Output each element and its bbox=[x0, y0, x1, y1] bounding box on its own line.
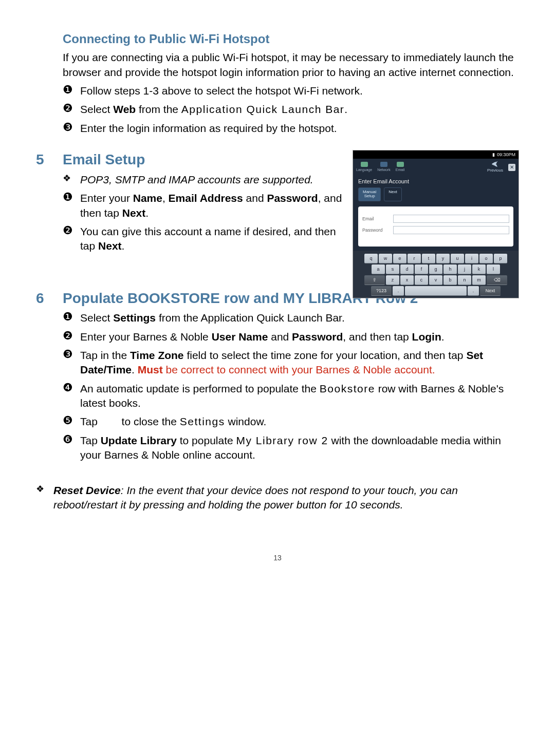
kbd-key-d[interactable]: d bbox=[400, 264, 414, 274]
wifi-step-1: ❶ Follow steps 1-3 above to select the h… bbox=[63, 84, 519, 98]
shot-email-field-row: Email bbox=[362, 215, 509, 223]
shot-form-card: Email Password bbox=[358, 206, 513, 247]
close-icon: ✕ bbox=[510, 164, 514, 171]
shot-password-label: Password bbox=[362, 227, 389, 233]
number-2-icon: ❷ bbox=[63, 102, 76, 115]
book-step1-text: Select Settings from the Application Qui… bbox=[80, 311, 345, 325]
wifi-step-3: ❸ Enter the login information as require… bbox=[63, 121, 519, 136]
kbd-key-k[interactable]: k bbox=[472, 264, 486, 274]
kbd-row4: ?123 . . Next bbox=[354, 286, 517, 296]
kbd-next-key[interactable]: Next bbox=[480, 286, 501, 296]
kbd-key-z[interactable]: z bbox=[386, 275, 399, 285]
shot-tab-email[interactable]: Email bbox=[396, 162, 405, 172]
kbd-key-n[interactable]: n bbox=[458, 275, 471, 285]
kbd-key-c[interactable]: c bbox=[415, 275, 428, 285]
kbd-key-s[interactable]: s bbox=[386, 264, 399, 274]
wifi-heading: Connecting to Public Wi-Fi Hotspot bbox=[63, 31, 519, 47]
shot-tab-network[interactable]: Network bbox=[377, 162, 391, 172]
reset-device-note: ❖ Reset Device: In the event that your d… bbox=[36, 483, 519, 513]
reset-text: Reset Device: In the event that your dev… bbox=[53, 483, 519, 513]
kbd-key-y[interactable]: y bbox=[436, 254, 450, 263]
kbd-key-l[interactable]: l bbox=[487, 264, 500, 274]
number-4-icon: ❹ bbox=[63, 382, 76, 394]
shot-password-field-row: Password bbox=[362, 226, 509, 234]
kbd-space-key[interactable] bbox=[405, 286, 467, 296]
number-1-icon: ❶ bbox=[63, 191, 76, 203]
kbd-key-e[interactable]: e bbox=[393, 254, 406, 263]
book-step5-text: Tap to close the Settings window. bbox=[80, 414, 266, 429]
kbd-row2: asdfghjkl bbox=[354, 264, 517, 274]
kbd-key-w[interactable]: w bbox=[379, 254, 392, 263]
book-step-5: ❺ Tap to close the Settings window. bbox=[63, 414, 519, 429]
shot-next-tab[interactable]: Next bbox=[384, 187, 401, 201]
wifi-intro: If you are connecting via a public Wi-Fi… bbox=[63, 50, 519, 80]
kbd-key-x[interactable]: x bbox=[400, 275, 414, 285]
wifi-step3-text: Enter the login information as required … bbox=[80, 121, 337, 136]
shot-password-input[interactable] bbox=[393, 226, 509, 234]
book-step6-text: Tap Update Library to populate My Librar… bbox=[80, 433, 519, 463]
number-1-icon: ❶ bbox=[63, 84, 76, 96]
kbd-key-h[interactable]: h bbox=[443, 264, 457, 274]
kbd-key-v[interactable]: v bbox=[429, 275, 442, 285]
shot-status-bar: ▮ 09:30PM bbox=[353, 150, 519, 159]
arrow-left-icon: ⮜ bbox=[491, 161, 498, 168]
kbd-shift-key[interactable]: ⇧ bbox=[364, 275, 385, 285]
wifi-step2-text: Select Web from the Application Quick La… bbox=[80, 102, 347, 117]
page-number: 13 bbox=[36, 553, 519, 563]
number-1-icon: ❶ bbox=[63, 311, 76, 323]
shot-previous-button[interactable]: ⮜Previous bbox=[487, 161, 503, 174]
number-2-icon: ❷ bbox=[63, 330, 76, 342]
book-step-6: ❻ Tap Update Library to populate My Libr… bbox=[63, 433, 519, 463]
email-setup-section: 5 Email Setup ❖ POP3, SMTP and IMAP acco… bbox=[36, 150, 519, 254]
wifi-hotspot-section: Connecting to Public Wi-Fi Hotspot If yo… bbox=[36, 31, 519, 136]
section-number: 6 bbox=[36, 289, 53, 308]
kbd-row3: ⇧ zxcvbnm ⌫ bbox=[354, 275, 517, 285]
section-title: Email Setup bbox=[63, 150, 145, 169]
email-note-text: POP3, SMTP and IMAP accounts are support… bbox=[80, 173, 313, 187]
kbd-key-o[interactable]: o bbox=[479, 254, 493, 263]
kbd-backspace-key[interactable]: ⌫ bbox=[487, 275, 507, 285]
kbd-key-r[interactable]: r bbox=[408, 254, 421, 263]
kbd-key-b[interactable]: b bbox=[443, 275, 457, 285]
kbd-key-p[interactable]: p bbox=[494, 254, 507, 263]
shot-manual-setup-tab[interactable]: ManualSetup bbox=[358, 187, 381, 201]
kbd-key-a[interactable]: a bbox=[372, 264, 385, 274]
kbd-key-g[interactable]: g bbox=[429, 264, 442, 274]
book-step3-text: Tap in the Time Zone field to select the… bbox=[80, 348, 519, 377]
number-5-icon: ❺ bbox=[63, 414, 76, 427]
email-step1-text: Enter your Name, Email Address and Passw… bbox=[80, 191, 342, 220]
section-number: 5 bbox=[36, 150, 53, 169]
kbd-key-i[interactable]: i bbox=[465, 254, 478, 263]
shot-close-button[interactable]: ✕ bbox=[508, 164, 515, 171]
kbd-key-j[interactable]: j bbox=[458, 264, 471, 274]
kbd-key-m[interactable]: m bbox=[472, 275, 486, 285]
number-2-icon: ❷ bbox=[63, 224, 76, 237]
shot-email-input[interactable] bbox=[393, 215, 509, 223]
bookstore-section: 6 Populate BOOKSTORE row and MY LIBRARY … bbox=[36, 289, 519, 463]
kbd-key-t[interactable]: t bbox=[422, 254, 435, 263]
shot-top-bar: Language Network Email ⮜Previous ✕ bbox=[353, 159, 519, 176]
kbd-numbers-key[interactable]: ?123 bbox=[371, 286, 392, 296]
book-step-4: ❹ An automatic update is performed to po… bbox=[63, 382, 519, 411]
battery-icon: ▮ bbox=[492, 152, 495, 158]
shot-time: 09:30PM bbox=[497, 152, 515, 158]
wifi-step1-text: Follow steps 1-3 above to select the hot… bbox=[80, 84, 363, 98]
shot-email-label: Email bbox=[362, 216, 389, 222]
shot-title: Enter Email Account bbox=[353, 176, 519, 187]
kbd-key-f[interactable]: f bbox=[415, 264, 428, 274]
kbd-dot-key[interactable]: . bbox=[393, 286, 404, 296]
diamond-bullet-icon: ❖ bbox=[36, 483, 49, 495]
book-step-3: ❸ Tap in the Time Zone field to select t… bbox=[63, 348, 519, 377]
book-step2-text: Enter your Barnes & Noble User Name and … bbox=[80, 330, 445, 344]
kbd-key-u[interactable]: u bbox=[451, 254, 464, 263]
wifi-step-2: ❷ Select Web from the Application Quick … bbox=[63, 102, 519, 117]
kbd-dot-key-2[interactable]: . bbox=[468, 286, 479, 296]
shot-keyboard: qwertyuiop asdfghjkl ⇧ zxcvbnm ⌫ ?123 . … bbox=[353, 251, 519, 298]
shot-tab-language[interactable]: Language bbox=[356, 162, 372, 172]
email-step2-text: You can give this account a name if desi… bbox=[80, 224, 342, 254]
kbd-key-q[interactable]: q bbox=[364, 254, 378, 263]
number-3-icon: ❸ bbox=[63, 348, 76, 361]
book-step-2: ❷ Enter your Barnes & Noble User Name an… bbox=[63, 330, 519, 344]
number-3-icon: ❸ bbox=[63, 121, 76, 134]
kbd-row1: qwertyuiop bbox=[354, 254, 517, 263]
